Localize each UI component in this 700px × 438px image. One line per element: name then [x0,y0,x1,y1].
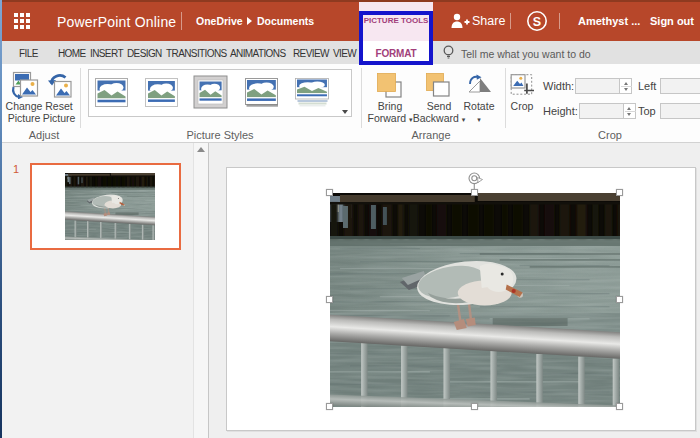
svg-text:S: S [533,15,541,29]
